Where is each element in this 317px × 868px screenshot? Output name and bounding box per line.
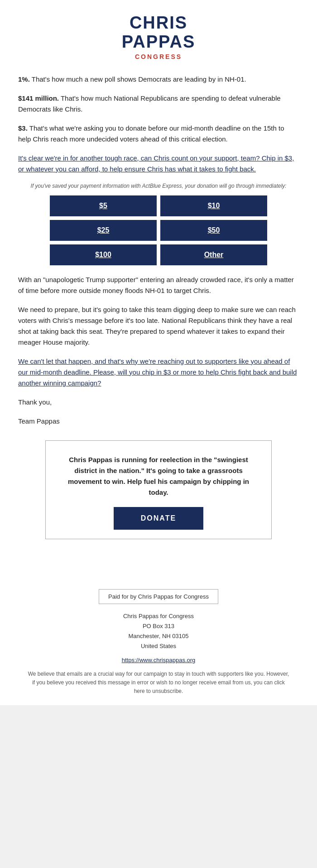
footer-box-text: Chris Pappas is running for reelection i…: [59, 454, 258, 498]
paid-for-box: Paid for by Chris Pappas for Congress: [99, 589, 218, 604]
congress-label: CONGRESS: [9, 53, 308, 60]
donate-25-button[interactable]: $25: [50, 220, 157, 241]
website-link[interactable]: https://www.chrispappas.org: [122, 657, 196, 663]
paragraph-1: 1%. That's how much a new poll shows Dem…: [18, 74, 299, 85]
header: CHRIS PAPPAS CONGRESS: [0, 0, 317, 69]
paragraph-3: $3. That's what we're asking you to dona…: [18, 123, 299, 145]
address-line1: Chris Pappas for Congress: [123, 613, 194, 619]
closing-thankyou: Thank you,: [18, 397, 299, 408]
bold-141m: $141 million.: [18, 94, 59, 102]
donate-other-button[interactable]: Other: [160, 244, 267, 265]
donate-10-button[interactable]: $10: [160, 195, 267, 216]
footer-address: Chris Pappas for Congress PO Box 313 Man…: [18, 611, 299, 651]
donate-5-button[interactable]: $5: [50, 195, 157, 216]
cta-link-2[interactable]: We can't let that happen, and that's why…: [18, 357, 297, 387]
paragraph-2: $141 million. That's how much National R…: [18, 93, 299, 115]
donate-main-button[interactable]: DONATE: [114, 507, 203, 530]
address-line4: United States: [141, 643, 176, 649]
bold-1pct: 1%.: [18, 75, 30, 83]
paid-for-container: Paid for by Chris Pappas for Congress: [18, 589, 299, 611]
actblue-note: If you've saved your payment information…: [18, 183, 299, 189]
donation-grid: $5 $10 $25 $50 $100 Other: [50, 195, 267, 265]
cta-link-1[interactable]: It's clear we're in for another tough ra…: [18, 154, 294, 173]
address-line2: PO Box 313: [143, 623, 174, 629]
bold-3dollars: $3.: [18, 124, 28, 132]
donate-50-button[interactable]: $50: [160, 220, 267, 241]
email-container: CHRIS PAPPAS CONGRESS 1%. That's how muc…: [0, 0, 317, 705]
candidate-name: CHRIS PAPPAS: [9, 14, 308, 52]
address-line3: Manchester, NH 03105: [129, 633, 189, 639]
paragraph-4: With an "unapologetic Trump supporter" e…: [18, 274, 299, 296]
body-content: 1%. That's how much a new poll shows Dem…: [0, 69, 317, 585]
link-paragraph-1: It's clear we're in for another tough ra…: [18, 153, 299, 175]
footer-website: https://www.chrispappas.org: [18, 656, 299, 663]
paragraph-5: We need to prepare, but it's going to ta…: [18, 304, 299, 348]
link-paragraph-2: We can't let that happen, and that's why…: [18, 356, 299, 389]
footer: Paid for by Chris Pappas for Congress Ch…: [0, 585, 317, 705]
name-line2: PAPPAS: [122, 32, 196, 51]
footer-donation-box: Chris Pappas is running for reelection i…: [45, 440, 272, 539]
spacer: [18, 548, 299, 575]
name-line1: CHRIS: [130, 13, 187, 32]
closing-team: Team Pappas: [18, 416, 299, 427]
donate-100-button[interactable]: $100: [50, 244, 157, 265]
footer-disclaimer: We believe that emails are a crucial way…: [18, 670, 299, 696]
